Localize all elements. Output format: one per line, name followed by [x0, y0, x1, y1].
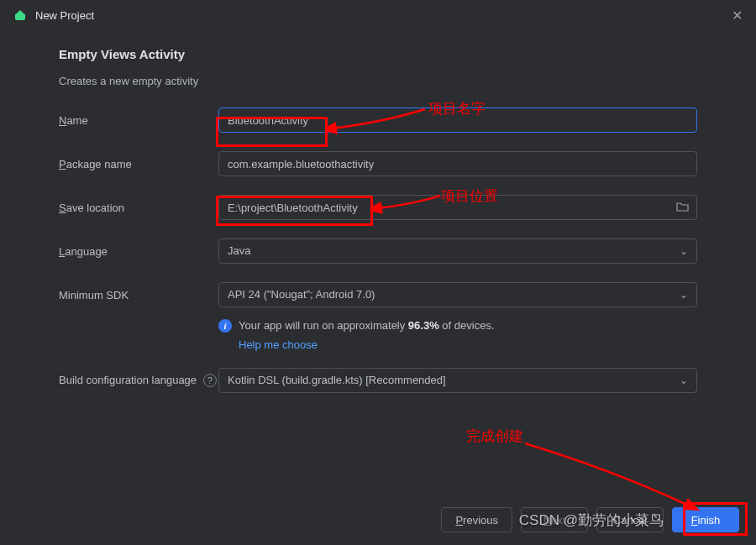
label-package: Package name: [59, 158, 218, 170]
row-save-location: Save location: [59, 195, 697, 220]
android-studio-icon: [13, 8, 27, 22]
dialog-content: Empty Views Activity Creates a new empty…: [0, 30, 756, 393]
help-icon[interactable]: ?: [203, 374, 217, 387]
chevron-down-icon: ⌄: [680, 283, 688, 307]
annotation-finish: 完成创建: [466, 427, 523, 446]
row-name: Name: [59, 107, 697, 133]
language-value: Java: [228, 239, 250, 263]
save-location-input[interactable]: [218, 195, 697, 220]
buildcfg-select[interactable]: Kotlin DSL (build.gradle.kts) [Recommend…: [218, 368, 697, 393]
row-minsdk: Minimum SDK API 24 ("Nougat"; Android 7.…: [59, 282, 697, 307]
titlebar: New Project ✕: [0, 0, 756, 30]
minsdk-value: API 24 ("Nougat"; Android 7.0): [228, 283, 375, 307]
buildcfg-value: Kotlin DSL (build.gradle.kts) [Recommend…: [228, 369, 446, 392]
row-language: Language Java ⌄: [59, 238, 697, 264]
sdk-info-text: Your app will run on approximately 96.3%…: [239, 317, 495, 354]
sdk-info: i Your app will run on approximately 96.…: [218, 317, 697, 354]
chevron-down-icon: ⌄: [680, 369, 688, 392]
minsdk-select[interactable]: API 24 ("Nougat"; Android 7.0) ⌄: [218, 282, 697, 307]
label-buildcfg: Build configuration language ?: [59, 374, 218, 387]
folder-icon[interactable]: [676, 201, 689, 214]
label-language: Language: [59, 245, 218, 258]
label-name: Name: [59, 114, 218, 127]
label-minsdk: Minimum SDK: [59, 289, 218, 301]
help-me-choose-link[interactable]: Help me choose: [239, 337, 318, 354]
page-heading: Empty Views Activity: [59, 47, 697, 61]
language-select[interactable]: Java ⌄: [218, 238, 697, 264]
name-input[interactable]: [218, 107, 697, 133]
close-icon[interactable]: ✕: [728, 4, 746, 27]
svg-rect-0: [15, 13, 25, 20]
row-buildcfg: Build configuration language ? Kotlin DS…: [59, 368, 697, 393]
row-package: Package name: [59, 151, 697, 176]
window-title: New Project: [35, 9, 728, 22]
info-icon: i: [218, 319, 232, 333]
watermark: CSDN @勤劳的小菜鸟: [519, 511, 664, 530]
package-input[interactable]: [218, 151, 697, 176]
chevron-down-icon: ⌄: [680, 239, 688, 263]
finish-button[interactable]: Finish: [672, 507, 739, 532]
previous-button[interactable]: Previous: [441, 507, 512, 532]
label-save-location: Save location: [59, 202, 218, 214]
page-subtitle: Creates a new empty activity: [59, 75, 697, 87]
